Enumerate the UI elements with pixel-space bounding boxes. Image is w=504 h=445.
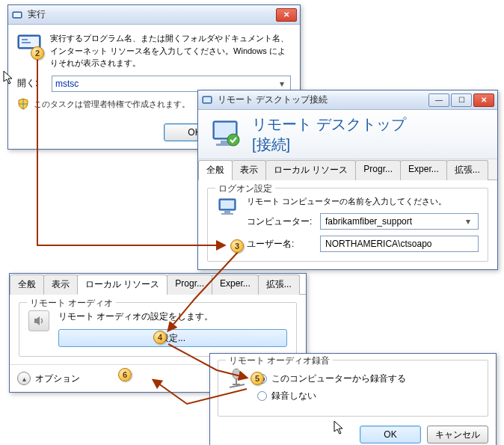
group-legend: リモート オーディオ: [27, 297, 116, 310]
run-icon: [11, 9, 23, 21]
tab-display[interactable]: 表示: [43, 274, 78, 295]
tab-advanced[interactable]: 拡張...: [258, 274, 300, 295]
computer-icon: [217, 196, 239, 221]
options-label: オプション: [35, 372, 80, 385]
tab-strip: 全般 表示 ローカル リソース Progr... Exper... 拡張...: [198, 159, 497, 180]
run-description: 実行するプログラム名、または開くフォルダやドキュメント名、インターネット リソー…: [50, 32, 291, 70]
minimize-button[interactable]: —: [428, 93, 449, 107]
username-input[interactable]: NORTHAMERICA\ctsoapo: [320, 236, 479, 252]
tab-local-resources[interactable]: ローカル リソース: [77, 274, 168, 295]
settings-button[interactable]: 設定...: [58, 329, 287, 347]
annotation-marker-2: 2: [31, 46, 44, 60]
radio-label: 録音しない: [271, 390, 316, 402]
options-toggle[interactable]: ▴: [17, 372, 31, 385]
tab-general[interactable]: 全般: [198, 160, 233, 180]
group-legend: ログオン設定: [215, 182, 275, 195]
tab-local-resources[interactable]: ローカル リソース: [265, 160, 356, 180]
username-value: NORTHAMERICA\ctsoapo: [325, 239, 473, 249]
computer-label: コンピューター:: [247, 215, 314, 228]
audio-recording-group: リモート オーディオ録音 このコンピューターから録音する 録音しない: [218, 360, 488, 417]
svg-rect-5: [203, 97, 211, 102]
group-legend: リモート オーディオ録音: [226, 355, 333, 367]
radio-do-not-record[interactable]: 録音しない: [257, 390, 479, 402]
tab-programs[interactable]: Progr...: [355, 160, 401, 180]
cursor-icon: [334, 420, 345, 439]
titlebar[interactable]: 実行 ✕: [8, 5, 300, 25]
rdc-title: リモート デスクトップ接続: [218, 93, 428, 106]
cursor-icon: [3, 70, 15, 89]
rdc-small-icon: [201, 94, 213, 106]
annotation-marker-5: 5: [251, 372, 264, 385]
close-button[interactable]: ✕: [276, 8, 297, 22]
annotation-marker-4: 4: [153, 331, 167, 344]
chevron-down-icon[interactable]: ▾: [463, 216, 473, 227]
radio-label: このコンピューターから録音する: [271, 372, 406, 385]
svg-rect-12: [221, 200, 234, 209]
remote-audio-desc: リモート オーディオの設定をします。: [58, 310, 287, 323]
tab-experience[interactable]: Exper...: [212, 274, 259, 295]
open-value: mstsc: [55, 79, 277, 89]
rdc-banner-icon: [209, 117, 245, 153]
tab-strip: 全般 表示 ローカル リソース Progr... Exper... 拡張...: [10, 274, 306, 295]
computer-prompt: リモート コンピューターの名前を入力してください。: [247, 196, 479, 207]
ok-button[interactable]: OK: [360, 426, 421, 444]
annotation-marker-3: 3: [230, 239, 244, 253]
remote-audio-group: リモート オーディオ リモート オーディオの設定をします。 設定...: [19, 302, 297, 357]
svg-point-15: [233, 369, 240, 379]
banner-title: リモート デスクトップ: [252, 114, 406, 135]
annotation-marker-6: 6: [118, 368, 132, 381]
radio-icon: [257, 391, 267, 401]
radio-record-from-this-computer[interactable]: このコンピューターから録音する: [257, 372, 479, 385]
computer-combobox[interactable]: fabrikamfiber_support ▾: [320, 213, 479, 230]
microphone-icon: [227, 368, 248, 393]
open-label: 開く:: [17, 77, 46, 90]
tab-advanced[interactable]: 拡張...: [446, 160, 488, 180]
svg-point-10: [227, 134, 239, 146]
username-label: ユーザー名:: [247, 238, 314, 251]
banner-subtitle: [接続]: [252, 135, 406, 155]
admin-note: このタスクは管理者特権で作成されます。: [34, 99, 190, 110]
audio-settings-dialog: リモート オーディオ録音 このコンピューターから録音する 録音しない: [209, 353, 497, 445]
tab-programs[interactable]: Progr...: [167, 274, 212, 295]
tab-general[interactable]: 全般: [10, 274, 44, 295]
shield-icon: [17, 98, 29, 111]
svg-rect-13: [224, 211, 230, 213]
logon-settings-group: ログオン設定 リモート コンピューターの名前を入力してください。 コンピューター…: [207, 188, 488, 262]
computer-value: fabrikamfiber_support: [325, 216, 463, 227]
close-button[interactable]: ✕: [473, 93, 494, 107]
speaker-icon: [28, 310, 49, 331]
tab-display[interactable]: 表示: [232, 160, 266, 180]
svg-rect-3: [19, 37, 39, 47]
cancel-button[interactable]: キャンセル: [427, 426, 488, 444]
maximize-button[interactable]: ☐: [451, 93, 472, 107]
chevron-down-icon[interactable]: ▾: [277, 79, 287, 89]
tab-experience[interactable]: Exper...: [400, 160, 447, 180]
svg-rect-14: [221, 213, 233, 215]
run-title: 実行: [28, 8, 276, 21]
svg-rect-1: [13, 13, 21, 17]
titlebar[interactable]: リモート デスクトップ接続 — ☐ ✕: [198, 90, 497, 110]
